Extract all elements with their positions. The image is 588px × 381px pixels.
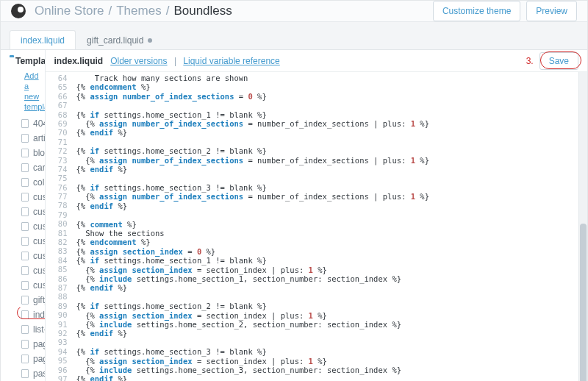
add-template-link[interactable]: Add a new template — [1, 71, 45, 116]
sidebar-item-gift-card[interactable]: gift_card.liquid — [1, 293, 45, 307]
code-content[interactable]: Track how many sections are shown {% end… — [72, 72, 588, 381]
editor-header: index.liquid Older versions | Liquid var… — [46, 50, 588, 72]
file-icon — [21, 369, 29, 378]
sidebar-item-article[interactable]: article.liquid — [1, 131, 45, 146]
app-logo — [11, 4, 26, 18]
older-versions-link[interactable]: Older versions — [110, 56, 167, 66]
file-icon — [21, 134, 29, 143]
sidebar-item-customers-addresses[interactable]: customers/addresse — [1, 219, 45, 234]
sidebar-item-customers-login[interactable]: customers/login.liqu — [1, 234, 45, 249]
customize-theme-button[interactable]: Customize theme — [433, 1, 520, 21]
sidebar-item-customers-activate[interactable]: customers/activate_ — [1, 204, 45, 219]
file-tabs: index.liquid gift_card.liquid — [1, 28, 587, 50]
preview-button[interactable]: Preview — [526, 1, 577, 21]
file-icon — [21, 310, 29, 319]
sidebar-item-page[interactable]: page.liquid — [1, 337, 45, 352]
file-icon — [21, 178, 29, 187]
file-icon — [21, 325, 29, 334]
sidebar-item-page-contact[interactable]: page.contact.liquid — [1, 352, 45, 366]
dirty-indicator-icon — [148, 38, 152, 43]
tab-index-liquid[interactable]: index.liquid — [10, 30, 76, 49]
sidebar-item-cart[interactable]: cart.liquid — [1, 160, 45, 175]
breadcrumb-themes[interactable]: Themes — [116, 4, 161, 18]
sidebar-item-customers-order[interactable]: customers/order.liqui — [1, 249, 45, 263]
file-icon — [21, 149, 29, 157]
file-icon — [21, 266, 29, 275]
file-icon — [21, 193, 29, 202]
save-button[interactable]: Save — [539, 52, 578, 70]
file-icon — [21, 163, 29, 172]
code-editor[interactable]: 6465666768697071727374757677787980818283… — [46, 72, 588, 381]
sidebar-item-index[interactable]: 1. index.liquid — [1, 307, 45, 322]
top-bar: Online Store / Themes / Boundless Custom… — [1, 1, 587, 22]
sidebar-item-404[interactable]: 404.liquid — [1, 116, 45, 131]
breadcrumb-current: Boundless — [173, 4, 232, 18]
file-icon — [21, 207, 29, 216]
breadcrumb-store[interactable]: Online Store — [35, 4, 104, 18]
editor-title: index.liquid — [54, 56, 104, 66]
file-icon — [21, 340, 29, 349]
tab-gift-card-liquid[interactable]: gift_card.liquid — [76, 30, 163, 49]
sidebar-item-blog[interactable]: blog.liquid — [1, 146, 45, 160]
file-sidebar[interactable]: Templates Add a new template 404.liquid … — [1, 50, 46, 381]
sidebar-section-templates[interactable]: Templates — [1, 50, 45, 71]
file-icon — [21, 281, 29, 290]
file-icon — [21, 355, 29, 363]
breadcrumb: Online Store / Themes / Boundless — [35, 4, 232, 18]
scroll-thumb[interactable] — [580, 224, 587, 381]
file-icon — [21, 252, 29, 260]
line-number-gutter: 6465666768697071727374757677787980818283… — [46, 72, 72, 381]
vertical-scrollbar[interactable] — [578, 72, 587, 381]
sidebar-item-customers-reset[interactable]: customers/reset_pas — [1, 278, 45, 293]
file-icon — [21, 222, 29, 231]
file-icon — [21, 237, 29, 246]
annotation-3-label: 3. — [526, 56, 534, 66]
sidebar-item-customers-register[interactable]: customers/register.lic — [1, 263, 45, 278]
file-icon — [21, 296, 29, 305]
liquid-variable-reference-link[interactable]: Liquid variable reference — [183, 56, 279, 66]
sidebar-item-customers-account[interactable]: customers/account.l — [1, 190, 45, 204]
sidebar-item-collection[interactable]: collection.liquid — [1, 175, 45, 190]
file-icon — [21, 119, 29, 128]
sidebar-item-password[interactable]: password.liquid — [1, 366, 45, 381]
sidebar-item-list-collections[interactable]: list-collections.liquid — [1, 322, 45, 337]
